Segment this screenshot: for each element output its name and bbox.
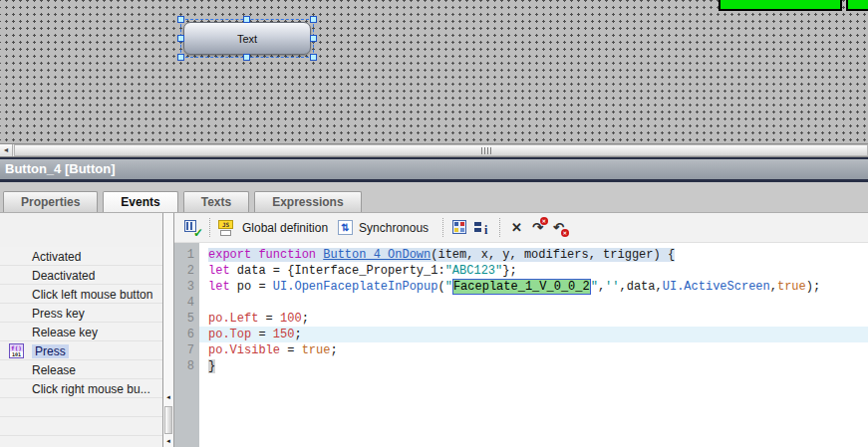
toolbar-separator	[499, 218, 500, 237]
code-line-4[interactable]	[208, 295, 868, 311]
script-editor-pane: ✓ JS Global definition ⇅ Synchronous	[174, 213, 868, 447]
apply-script-icon[interactable]: ✓	[183, 219, 201, 237]
design-canvas[interactable]: Text	[0, 0, 868, 144]
green-screen-element[interactable]	[719, 0, 842, 11]
rename-reference-icon[interactable]: i	[473, 219, 491, 237]
global-definition-label: Global definition	[242, 221, 328, 235]
code-line-7[interactable]: po.Visible = true;	[208, 342, 868, 358]
selection-handle[interactable]	[310, 16, 317, 23]
line-number: 2	[174, 263, 194, 279]
line-number: 8	[174, 358, 194, 374]
code-editor[interactable]: export function Button_4_OnDown(item, x,…	[199, 243, 868, 447]
page-title: Button_4 [Button]	[5, 161, 115, 176]
event-item-press-key[interactable]: Press key	[0, 304, 162, 323]
selection-handle[interactable]	[177, 54, 184, 61]
code-area: 12345678 export function Button_4_OnDown…	[174, 243, 868, 447]
code-line-2[interactable]: let data = {Interface_Property_1:"ABC123…	[208, 263, 868, 279]
line-number-gutter: 12345678	[174, 243, 199, 447]
tab-texts[interactable]: Texts	[183, 191, 249, 212]
global-definition-icon[interactable]: JS	[218, 219, 236, 237]
event-item-click-right-mouse-bu[interactable]: Click right mouse bu...	[0, 379, 162, 398]
error-badge-icon: ✕	[540, 217, 548, 225]
undo-error-icon[interactable]: ↷ ✕	[532, 220, 543, 235]
selection-handle[interactable]	[177, 35, 184, 42]
code-line-6[interactable]: po.Top = 150;	[199, 327, 868, 342]
snippets-icon[interactable]	[451, 219, 469, 237]
event-item-label: Deactivated	[32, 269, 95, 283]
inspector-title-bar: Button_4 [Button]	[0, 157, 868, 182]
svg-text:i: i	[484, 223, 488, 237]
synchronous-toggle-icon[interactable]: ⇅	[338, 220, 353, 235]
code-line-8[interactable]: }	[208, 358, 868, 374]
canvas-horizontal-scrollbar[interactable]: ◄	[0, 144, 868, 157]
event-item-click-left-mouse-button[interactable]: Click left mouse button	[0, 285, 162, 304]
line-number: 6	[174, 327, 194, 342]
code-line-5[interactable]: po.Left = 100;	[208, 311, 868, 327]
event-item-label: Click right mouse bu...	[32, 382, 150, 396]
redo-error-icon[interactable]: ↶ ✕	[553, 220, 564, 235]
selection-handle[interactable]	[310, 35, 317, 42]
event-item-label: Press	[32, 344, 69, 358]
selection-handle[interactable]	[177, 16, 184, 23]
code-line-1[interactable]: export function Button_4_OnDown(item, x,…	[208, 247, 868, 263]
event-item-activated[interactable]: Activated	[0, 247, 162, 266]
selection-handle[interactable]	[243, 54, 250, 61]
scrollbar-grip-icon	[481, 147, 492, 154]
event-item-label: Release key	[32, 326, 98, 339]
code-line-3[interactable]: let po = UI.OpenFaceplateInPopup("Facepl…	[208, 279, 868, 295]
splitter-thumb[interactable]	[164, 406, 172, 434]
tab-properties[interactable]: Properties	[3, 191, 98, 212]
tab-events[interactable]: Events	[103, 191, 177, 212]
error-badge-icon: ✕	[561, 229, 569, 237]
inspector-body: ActivatedDeactivatedClick left mouse but…	[0, 212, 868, 447]
event-item-release[interactable]: Release	[0, 360, 162, 379]
script-toolbar: ✓ JS Global definition ⇅ Synchronous	[174, 213, 868, 243]
inspector-tabs: PropertiesEventsTextsExpressions	[0, 190, 868, 212]
tab-expressions[interactable]: Expressions	[254, 191, 361, 212]
hmi-text-button[interactable]: Text	[183, 22, 311, 55]
scrollbar-thumb[interactable]	[14, 144, 868, 156]
splitter-collapse-icon[interactable]: ◄	[163, 438, 173, 444]
check-icon: ✓	[193, 226, 203, 240]
event-item-label: Press key	[32, 307, 85, 321]
event-item-deactivated[interactable]: Deactivated	[0, 266, 162, 285]
event-item-release-key[interactable]: Release key	[0, 323, 162, 341]
event-item-label: Click left mouse button	[32, 288, 152, 302]
toolbar-separator	[209, 218, 210, 237]
selection-handle[interactable]	[243, 16, 250, 23]
toolbar-separator	[442, 218, 443, 237]
line-number: 5	[174, 311, 194, 327]
script-function-icon: f()101	[9, 343, 24, 358]
green-screen-element[interactable]	[846, 0, 868, 11]
delete-icon[interactable]: ✕	[511, 220, 522, 235]
synchronous-label: Synchronous	[359, 221, 429, 235]
event-item-label: Release	[32, 363, 76, 377]
line-number: 4	[174, 295, 194, 311]
event-item-label: Activated	[32, 250, 81, 264]
event-item-press[interactable]: f()101Press	[0, 341, 162, 360]
line-number: 3	[174, 279, 194, 295]
selection-box[interactable]: Text	[180, 19, 314, 58]
selection-handle[interactable]	[310, 54, 317, 61]
pane-splitter[interactable]: ◄ ◄	[162, 213, 174, 447]
scroll-left-button[interactable]: ◄	[0, 144, 13, 156]
line-number: 1	[174, 247, 194, 263]
event-list: ActivatedDeactivatedClick left mouse but…	[0, 213, 162, 447]
hmi-editor-window: Text ◄ Button_4 [Button] PropertiesEvent…	[0, 0, 868, 447]
line-number: 7	[174, 342, 194, 358]
splitter-collapse-icon[interactable]: ◄	[163, 394, 173, 400]
